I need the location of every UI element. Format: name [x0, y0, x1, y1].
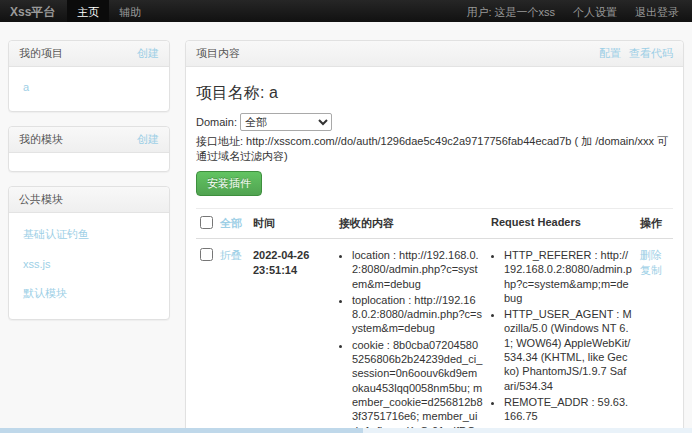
header-item-user-agent: HTTP_USER_AGENT : Mozilla/5.0 (Windows N…	[504, 307, 632, 393]
navbar-user-label[interactable]: 用户: 这是一个xss	[457, 0, 564, 22]
panel-my-modules-header: 我的模块 创建	[9, 127, 169, 153]
top-navbar: Xss平台 主页 辅助 用户: 这是一个xss 个人设置 退出登录	[0, 0, 692, 22]
horizontal-scrollbar-track[interactable]	[0, 428, 692, 433]
row-checkbox[interactable]	[200, 248, 213, 261]
select-all-link[interactable]: 全部	[220, 217, 242, 229]
create-project-link[interactable]: 创建	[137, 46, 159, 61]
panel-my-projects: 我的项目 创建 a	[8, 40, 170, 112]
header-item-referer: HTTP_REFERER : http://192.168.0.2:8080/a…	[504, 248, 632, 305]
api-address-line: 接口地址: http://xsscom.com//do/auth/1296dae…	[196, 134, 673, 164]
nav-item-home[interactable]: 主页	[67, 0, 109, 22]
project-name-title: 项目名称: a	[196, 83, 673, 104]
sidebar: 我的项目 创建 a 我的模块 创建 公共模块 基础认证钓鱼 xss.js 默认模…	[8, 40, 170, 320]
received-content-list: location : http://192.168.0.2:8080/admin…	[339, 248, 483, 433]
panel-public-modules-header: 公共模块	[9, 187, 169, 213]
page-container: 我的项目 创建 a 我的模块 创建 公共模块 基础认证钓鱼 xss.js 默认模…	[0, 40, 692, 433]
column-header-request-headers: Request Headers	[487, 209, 636, 239]
panel-public-modules-body: 基础认证钓鱼 xss.js 默认模块	[9, 213, 169, 319]
panel-my-projects-body: a	[9, 67, 169, 111]
column-header-time: 时间	[249, 209, 335, 239]
panel-title: 我的模块	[19, 132, 63, 147]
project-content-panel: 项目内容 配置 查看代码 项目名称: a Domain: 全部 接口地址: ht…	[185, 40, 684, 433]
table-row: 折叠 2022-04-26 23:51:14 location : http:/…	[196, 239, 673, 433]
panel-title: 公共模块	[19, 192, 63, 207]
panel-header-actions: 配置 查看代码	[599, 46, 673, 61]
select-all-checkbox[interactable]	[200, 216, 213, 229]
configure-link[interactable]: 配置	[599, 46, 621, 61]
module-link-basic-auth-phishing[interactable]: 基础认证钓鱼	[23, 227, 155, 242]
project-link-a[interactable]: a	[23, 81, 155, 93]
header-item-remote-addr: REMOTE_ADDR : 59.63.166.75	[504, 395, 632, 424]
panel-my-modules: 我的模块 创建	[8, 126, 170, 172]
module-link-default[interactable]: 默认模块	[23, 286, 155, 301]
horizontal-scrollbar-thumb[interactable]	[0, 428, 363, 433]
nav-item-logout[interactable]: 退出登录	[626, 0, 688, 22]
module-link-xssjs[interactable]: xss.js	[23, 258, 155, 270]
content-item-location: location : http://192.168.0.2:8080/admin…	[352, 248, 483, 291]
row-time: 2022-04-26 23:51:14	[249, 239, 335, 433]
project-content-body: 项目名称: a Domain: 全部 接口地址: http://xsscom.c…	[186, 67, 683, 433]
panel-title: 我的项目	[19, 46, 63, 61]
content-item-cookie: cookie : 8b0cba072045805256806b2b24239de…	[352, 338, 483, 433]
project-content-header: 项目内容 配置 查看代码	[186, 41, 683, 67]
panel-public-modules: 公共模块 基础认证钓鱼 xss.js 默认模块	[8, 186, 170, 320]
install-plugin-button[interactable]: 安装插件	[196, 171, 262, 196]
column-header-actions: 操作	[636, 209, 673, 239]
view-code-link[interactable]: 查看代码	[629, 46, 673, 61]
domain-row: Domain: 全部	[196, 113, 673, 131]
copy-link[interactable]: 复制	[640, 264, 662, 276]
collapse-link[interactable]: 折叠	[220, 249, 242, 261]
main-content: 项目内容 配置 查看代码 项目名称: a Domain: 全部 接口地址: ht…	[185, 40, 684, 433]
nav-item-aux[interactable]: 辅助	[109, 0, 151, 22]
panel-my-projects-header: 我的项目 创建	[9, 41, 169, 67]
domain-label: Domain:	[196, 116, 237, 128]
table-header-row: 全部 时间 接收的内容 Request Headers 操作	[196, 209, 673, 239]
column-header-content: 接收的内容	[335, 209, 487, 239]
content-item-toplocation: toplocation : http://192.168.0.2:8080/ad…	[352, 293, 483, 336]
nav-item-settings[interactable]: 个人设置	[564, 0, 626, 22]
domain-select[interactable]: 全部	[240, 113, 332, 131]
navbar-right: 用户: 这是一个xss 个人设置 退出登录	[457, 0, 688, 22]
request-headers-list: HTTP_REFERER : http://192.168.0.2:8080/a…	[491, 248, 632, 424]
received-content-table: 全部 时间 接收的内容 Request Headers 操作 折叠 2022-0…	[196, 208, 673, 433]
create-module-link[interactable]: 创建	[137, 132, 159, 147]
panel-title: 项目内容	[196, 46, 240, 61]
panel-my-modules-body	[9, 153, 169, 171]
delete-link[interactable]: 删除	[640, 249, 662, 261]
brand-logo[interactable]: Xss平台	[4, 0, 67, 22]
